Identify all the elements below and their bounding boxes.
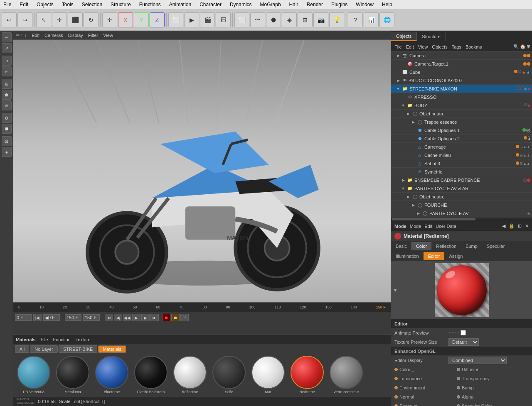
expand-carrenage[interactable] xyxy=(411,145,415,149)
help-button[interactable]: ? xyxy=(348,12,363,27)
sidebar-tool-10[interactable]: ⚄ xyxy=(2,136,12,146)
tree-row-body[interactable]: ▼ 📁 BODY ■ xyxy=(391,101,532,110)
tree-row-camera-target[interactable]: 🎯 Camera.Target.1 xyxy=(391,60,532,68)
nurbs-button[interactable]: ⬟ xyxy=(266,12,281,27)
filter-tab-nolayer[interactable]: No Layer xyxy=(30,345,58,353)
prev-frame-button[interactable]: ◀ xyxy=(114,314,122,321)
sidebar-tool-7[interactable]: ⊕ xyxy=(2,100,12,110)
material-item-selle[interactable]: Selle xyxy=(210,356,248,394)
attr-tab-color[interactable]: Color xyxy=(411,242,431,250)
sidebar-tool-11[interactable]: ◈ xyxy=(2,147,12,157)
attr-tab-basic[interactable]: Basic xyxy=(391,242,411,250)
play-reverse-button[interactable]: ◀◀ xyxy=(123,314,131,321)
attr-menu-edit[interactable]: Edit xyxy=(424,224,432,229)
tree-row-street-bike[interactable]: ▼ 📁 STREET-BIKE MAXON ◈ ■ xyxy=(391,85,532,93)
expand-body[interactable]: ▼ xyxy=(401,103,405,108)
material-item-blueterne[interactable]: Blueterne xyxy=(93,356,131,394)
tree-row-symetrie[interactable]: ⊕ Symétrie xyxy=(391,168,532,176)
expand-symetrie[interactable] xyxy=(411,170,415,174)
material-item-reflective[interactable]: Reflective xyxy=(171,356,209,394)
material-item-pbverre[interactable]: PB-Verre003 xyxy=(15,356,52,394)
sidebar-tool-8[interactable]: ⚙ xyxy=(2,113,12,123)
menu-render[interactable]: Render xyxy=(305,1,325,8)
expand-camera-target[interactable] xyxy=(401,62,405,66)
tree-row-partie-av[interactable]: ▶ ◯ PARTIE CYCLE AV ◈ xyxy=(391,209,532,218)
attr-menu-userdata[interactable]: User Data xyxy=(436,224,456,229)
material-item-metaluma[interactable]: Metaluma xyxy=(54,356,91,394)
expand-objet-neutre[interactable]: ▶ xyxy=(406,112,410,116)
end-frame-input[interactable] xyxy=(65,314,81,321)
tree-row-cable1[interactable]: ⬟ Cable Optiques 1 S xyxy=(391,126,532,135)
materials-file-menu[interactable]: File xyxy=(41,337,48,342)
color-circle-icon[interactable] xyxy=(394,368,398,371)
menu-tools[interactable]: Tools xyxy=(60,1,75,8)
play-button[interactable]: ▶ xyxy=(132,314,140,321)
specular-color-circle-icon[interactable] xyxy=(457,404,460,406)
attr-tab-reflection[interactable]: Reflection xyxy=(431,242,461,250)
expand-sabot[interactable] xyxy=(411,161,415,166)
material-item-mat[interactable]: Mat xyxy=(249,356,287,394)
obj-menu-tags[interactable]: Tags xyxy=(450,44,463,49)
tree-row-cache[interactable]: △ Cache milieu ⊞▲▲ xyxy=(391,151,532,159)
z-axis-button[interactable]: Z xyxy=(150,12,165,27)
expand-luc[interactable]: ▶ xyxy=(396,78,400,83)
expand-partie-av[interactable]: ▶ xyxy=(416,211,420,215)
tree-row-objet-neutre[interactable]: ▶ ◯ Objet neutre xyxy=(391,110,532,118)
material-item-plastic[interactable]: Plastic Balcktern xyxy=(132,356,170,394)
tree-row-cable2[interactable]: ⬟ Cable Optiques 2 S xyxy=(391,135,532,143)
obj-menu-bookmarks[interactable]: Bookma xyxy=(464,44,484,49)
filter-tab-all[interactable]: All xyxy=(15,345,29,353)
menu-structure[interactable]: Structure xyxy=(109,1,133,8)
attr-tab-assign[interactable]: Assign xyxy=(444,252,467,260)
redo-button[interactable]: ↪ xyxy=(17,12,32,27)
menu-dynamics[interactable]: Dynamics xyxy=(228,1,254,8)
attr-tab-editor[interactable]: Editor xyxy=(424,252,445,260)
obj-home-icon[interactable]: 🏠 xyxy=(520,44,526,49)
prev-keyframe-button[interactable]: |◀ xyxy=(33,314,42,321)
sidebar-tool-6[interactable]: ⬟ xyxy=(2,90,12,100)
expand-fourche[interactable]: ▶ xyxy=(411,203,415,207)
select-tool-button[interactable]: ↖ xyxy=(36,12,51,27)
go-end-button[interactable]: ⏭ xyxy=(150,314,159,321)
filter-tab-materials[interactable]: Materials xyxy=(98,345,126,353)
viewport-view[interactable]: View xyxy=(103,33,113,38)
tree-row-trappe[interactable]: ▶ ◯ Trappe essence xyxy=(391,118,532,126)
rotate-tool-button[interactable]: ↻ xyxy=(84,12,99,27)
material-item-verre[interactable]: Verre compteur xyxy=(328,356,365,394)
sidebar-tool-3[interactable]: ⊿ xyxy=(2,56,12,66)
menu-mograph[interactable]: MoGraph xyxy=(259,1,283,8)
viewport-cameras[interactable]: Cameras xyxy=(44,33,63,38)
expand-objet-neutre2[interactable]: ▶ xyxy=(406,195,410,199)
menu-objects[interactable]: Objects xyxy=(35,1,55,8)
tree-row-ensemble[interactable]: ▶ 📁 ENSEMBLE CADRE POTENCE xyxy=(391,176,532,184)
go-start-button[interactable]: ⏮ xyxy=(105,314,113,321)
attr-more-icon[interactable]: ⊞ xyxy=(518,223,522,229)
viewport-display[interactable]: Display xyxy=(68,33,83,38)
obj-search-icon[interactable]: 🔍 xyxy=(513,44,519,49)
menu-window[interactable]: Window xyxy=(354,1,375,8)
expand-cable1[interactable] xyxy=(411,128,415,132)
expand-ensemble[interactable]: ▶ xyxy=(401,178,405,182)
luminance-circle-icon[interactable] xyxy=(394,377,398,380)
alpha-circle-icon[interactable] xyxy=(457,395,460,399)
viewport-edit[interactable]: Edit xyxy=(32,33,39,38)
animate-preview-checkbox[interactable] xyxy=(461,330,466,335)
filter-tab-streetbike[interactable]: STREET-BIKE xyxy=(59,345,98,353)
preview-end-input[interactable] xyxy=(83,314,100,321)
obj-menu-file[interactable]: File xyxy=(393,44,404,49)
light-button[interactable]: 💡 xyxy=(329,12,344,27)
cube-button[interactable]: ⬜ xyxy=(234,12,249,27)
menu-hair[interactable]: Hair xyxy=(288,1,300,8)
tree-row-sabot[interactable]: △ Sabot 3 ⊞▲▲ xyxy=(391,159,532,168)
transparency-circle-icon[interactable] xyxy=(457,377,460,380)
expand-street-bike[interactable]: ▼ xyxy=(396,87,400,91)
materials-function-menu[interactable]: Function xyxy=(53,337,70,342)
obj-menu-view[interactable]: View xyxy=(416,44,430,49)
viewport-filter[interactable]: Filter xyxy=(88,33,98,38)
specular-circle-icon[interactable] xyxy=(394,404,398,406)
menu-animation[interactable]: Animation xyxy=(167,1,193,8)
expand-trappe[interactable]: ▶ xyxy=(411,120,415,124)
materials-texture-menu[interactable]: Texture xyxy=(76,337,91,342)
attr-lock-icon[interactable]: 🔒 xyxy=(509,223,515,229)
sidebar-tool-9[interactable]: 🔲 xyxy=(2,124,12,134)
